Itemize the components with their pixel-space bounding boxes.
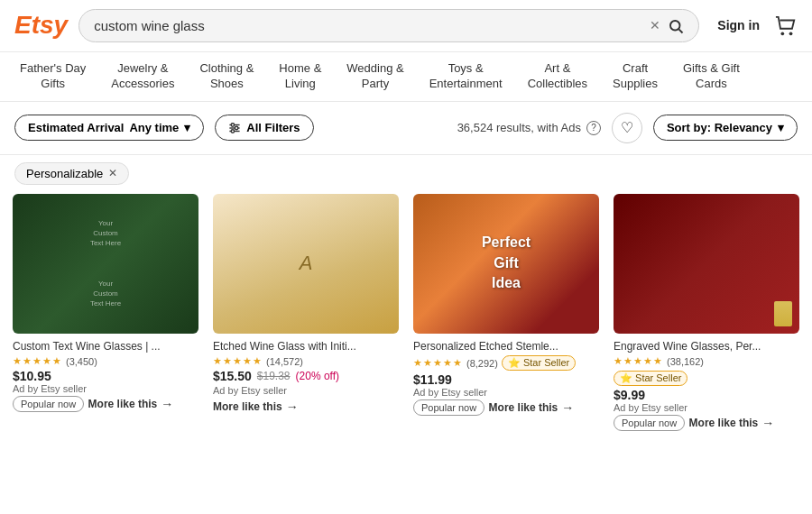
svg-point-9	[232, 130, 235, 133]
price: $11.99	[413, 372, 599, 387]
clear-icon[interactable]: ✕	[650, 18, 660, 32]
product-image: YourCustomText Here YourCustomText Here	[13, 194, 198, 334]
price-row: $15.50 $19.38 (20% off)	[213, 369, 399, 383]
info-icon[interactable]: ?	[586, 121, 601, 135]
more-like-this-button[interactable]: More like this →	[489, 400, 575, 415]
stars-row: ★★★★★ (3,450)	[13, 355, 198, 367]
sidebar-item-toys[interactable]: Toys &Entertainment	[417, 52, 515, 101]
popular-badge: Popular now	[13, 396, 84, 412]
product-info: Engraved Wine Glasses, Per... ★★★★★ (38,…	[614, 334, 799, 434]
header-actions: Sign in	[717, 14, 798, 37]
more-like-this-button[interactable]: More like this →	[689, 416, 775, 430]
svg-point-7	[232, 124, 235, 127]
filters-bar: Estimated Arrival Any time ▾ All Filters…	[0, 102, 812, 155]
sidebar-item-gifts[interactable]: Gifts & GiftCards	[670, 52, 752, 101]
sign-in-button[interactable]: Sign in	[717, 18, 760, 32]
svg-point-3	[789, 32, 793, 36]
tags-bar: Personalizable ✕	[0, 155, 812, 194]
more-like-this-button[interactable]: More like this →	[88, 397, 174, 411]
original-price: $19.38	[257, 370, 291, 382]
arrow-icon: →	[761, 416, 774, 430]
sidebar-item-jewelry[interactable]: Jewelry &Accessories	[98, 52, 187, 101]
results-count: 36,524 results, with Ads	[457, 121, 581, 134]
all-filters-button[interactable]: All Filters	[215, 115, 313, 142]
star-seller-badge: ⭐ Star Seller	[502, 355, 576, 371]
sort-button[interactable]: Sort by: Relevancy ▾	[653, 115, 798, 141]
stars-row: ★★★★★ (14,572)	[213, 355, 399, 367]
chevron-down-icon: ▾	[778, 121, 784, 134]
svg-point-0	[670, 21, 680, 31]
review-count: (8,292)	[466, 358, 498, 369]
search-input[interactable]	[94, 18, 642, 33]
ad-label: Ad by Etsy seller	[213, 385, 399, 396]
arrow-icon: →	[561, 400, 574, 415]
discount-label: (20% off)	[296, 370, 339, 382]
review-count: (38,162)	[667, 356, 704, 367]
save-search-button[interactable]: ♡	[612, 113, 642, 143]
logo[interactable]: Etsy	[14, 11, 68, 40]
price: $15.50	[213, 369, 252, 383]
ad-label: Ad by Etsy seller	[614, 402, 799, 413]
ad-label: Ad by Etsy seller	[413, 387, 599, 398]
popular-badge: Popular now	[413, 399, 484, 416]
product-title: Custom Text Wine Glasses | ...	[13, 339, 198, 354]
more-like-this-button[interactable]: More like this →	[213, 399, 299, 414]
product-image: PerfectGiftIdea	[413, 194, 599, 334]
product-image: A	[213, 194, 399, 334]
star-rating: ★★★★★	[413, 357, 463, 369]
product-title: Personalized Etched Stemle...	[413, 339, 599, 354]
estimated-arrival-value: Any time	[129, 121, 179, 134]
search-icon[interactable]	[668, 17, 684, 34]
sidebar-item-home[interactable]: Home &Living	[266, 52, 334, 101]
star-seller-badge: ⭐ Star Seller	[614, 371, 687, 386]
product-image	[614, 194, 799, 334]
list-item[interactable]: PerfectGiftIdea Personalized Etched Stem…	[413, 194, 599, 434]
product-title: Etched Wine Glass with Initi...	[213, 339, 399, 354]
review-count: (14,572)	[266, 356, 303, 367]
list-item[interactable]: YourCustomText Here YourCustomText Here …	[13, 194, 198, 434]
stars-row: ★★★★★ (8,292) ⭐ Star Seller	[413, 355, 599, 371]
svg-point-8	[235, 127, 239, 131]
list-item[interactable]: Engraved Wine Glasses, Per... ★★★★★ (38,…	[614, 194, 799, 434]
popular-badge: Popular now	[614, 415, 685, 431]
product-title: Engraved Wine Glasses, Per...	[614, 339, 799, 354]
estimated-arrival-filter[interactable]: Estimated Arrival Any time ▾	[14, 115, 204, 141]
svg-line-1	[679, 29, 683, 32]
sidebar-item-fathers-day[interactable]: Father's DayGifts	[7, 52, 98, 101]
star-rating: ★★★★★	[13, 355, 62, 367]
sliders-icon	[228, 121, 241, 135]
tag-remove-icon[interactable]: ✕	[108, 167, 117, 179]
tag-label: Personalizable	[26, 167, 103, 180]
price: $10.95	[13, 369, 198, 383]
all-filters-label: All Filters	[246, 121, 300, 134]
results-info: 36,524 results, with Ads ?	[457, 121, 601, 135]
product-info: Personalized Etched Stemle... ★★★★★ (8,2…	[413, 334, 599, 418]
sidebar-item-clothing[interactable]: Clothing &Shoes	[187, 52, 266, 101]
tag-personalizable[interactable]: Personalizable ✕	[14, 162, 129, 185]
search-bar: ✕	[78, 9, 699, 42]
estimated-arrival-label: Estimated Arrival	[28, 121, 124, 134]
review-count: (3,450)	[66, 356, 97, 367]
nav-bar: Father's DayGifts Jewelry &Accessories C…	[0, 52, 812, 102]
product-info: Custom Text Wine Glasses | ... ★★★★★ (3,…	[13, 334, 198, 415]
cart-icon[interactable]	[774, 14, 798, 37]
ad-label: Ad by Etsy seller	[13, 383, 198, 394]
svg-point-2	[780, 32, 784, 36]
sidebar-item-wedding[interactable]: Wedding &Party	[334, 52, 416, 101]
products-grid: YourCustomText Here YourCustomText Here …	[0, 194, 812, 445]
sort-label: Sort by: Relevancy	[667, 121, 772, 134]
arrow-icon: →	[161, 397, 173, 411]
product-info: Etched Wine Glass with Initi... ★★★★★ (1…	[213, 334, 399, 415]
chevron-down-icon: ▾	[184, 121, 190, 134]
price: $9.99	[614, 388, 799, 402]
stars-row: ★★★★★ (38,162)	[614, 355, 799, 367]
arrow-icon: →	[286, 399, 299, 414]
star-rating: ★★★★★	[614, 355, 663, 367]
header: Etsy ✕ Sign in	[0, 0, 812, 52]
list-item[interactable]: A Etched Wine Glass with Initi... ★★★★★ …	[213, 194, 399, 434]
sidebar-item-art[interactable]: Art &Collectibles	[515, 52, 600, 101]
sidebar-item-craft[interactable]: CraftSupplies	[600, 52, 670, 101]
star-rating: ★★★★★	[213, 355, 263, 367]
